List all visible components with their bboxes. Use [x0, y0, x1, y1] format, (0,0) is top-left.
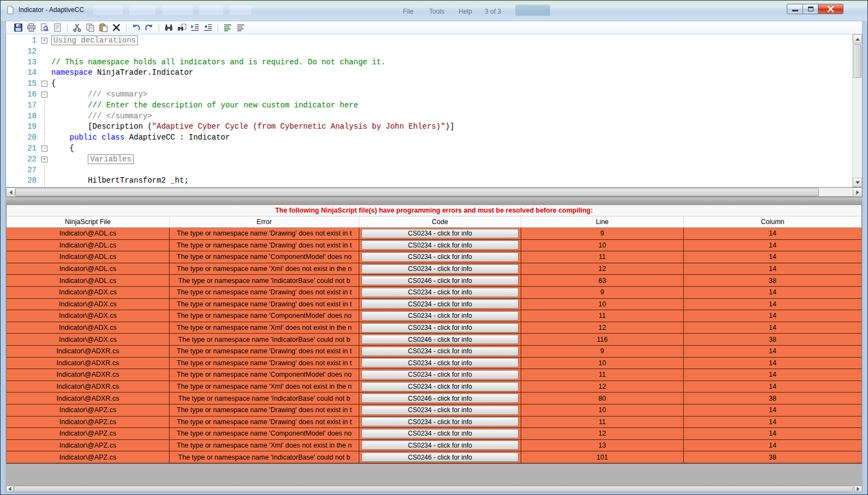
code-line[interactable]: 1+Using declarations [6, 35, 852, 46]
error-code-button[interactable]: CS0246 - click for info [361, 394, 519, 403]
editor-horizontal-scrollbar[interactable] [5, 188, 863, 197]
column-header-error[interactable]: Error [170, 216, 359, 227]
error-row[interactable]: Indicator\@ADX.csThe type or namespace n… [7, 287, 861, 299]
cut-icon[interactable] [71, 22, 83, 33]
fold-guide [40, 100, 50, 111]
outdent-icon[interactable] [202, 22, 214, 33]
fold-marker[interactable]: - [41, 92, 47, 98]
code-line[interactable]: 16- /// <summary> [6, 89, 852, 100]
panel-scroll-left-arrow[interactable] [6, 486, 14, 492]
error-code-button[interactable]: CS0246 - click for info [361, 276, 519, 285]
copy-icon[interactable] [85, 22, 96, 33]
scroll-up-arrow[interactable] [853, 34, 862, 44]
error-code-button[interactable]: CS0234 - click for info [361, 240, 519, 250]
error-code-button[interactable]: CS0234 - click for info [361, 347, 519, 356]
scroll-down-arrow[interactable] [853, 178, 862, 187]
code-line[interactable]: 13// This namespace holds all indicators… [6, 57, 852, 68]
error-code-button[interactable]: CS0234 - click for info [361, 288, 519, 297]
comment-icon[interactable] [222, 22, 233, 33]
error-row[interactable]: Indicator\@ADXR.csThe type or namespace … [7, 393, 861, 405]
error-row[interactable]: Indicator\@ADXR.csThe type or namespace … [7, 358, 861, 370]
fold-marker[interactable]: - [41, 146, 47, 152]
code-line[interactable]: 19 [Description ("Adaptive Cyber Cycle (… [6, 122, 852, 132]
error-code-button[interactable]: CS0234 - click for info [361, 382, 519, 391]
fold-marker[interactable]: + [41, 156, 47, 162]
error-code-button[interactable]: CS0234 - click for info [361, 406, 519, 415]
delete-icon[interactable] [111, 22, 122, 33]
error-row[interactable]: Indicator\@APZ.csThe type or namespace n… [7, 405, 861, 416]
error-row[interactable]: Indicator\@APZ.csThe type or namespace n… [7, 451, 861, 463]
column-header-column[interactable]: Column [684, 216, 861, 227]
error-row[interactable]: Indicator\@APZ.csThe type or namespace n… [7, 428, 861, 440]
error-row[interactable]: Indicator\@ADX.csThe type or namespace n… [7, 310, 861, 322]
column-header-code[interactable]: Code [359, 216, 521, 227]
error-row[interactable]: Indicator\@ADL.csThe type or namespace n… [7, 240, 861, 252]
print-preview-icon[interactable] [39, 22, 50, 33]
panel-scroll-right-arrow[interactable] [854, 486, 862, 492]
error-code-button[interactable]: CS0234 - click for info [361, 264, 519, 274]
code-line[interactable]: 15-{ [6, 79, 852, 89]
titlebar[interactable]: Indicator - AdaptiveCC File Tools Help 3… [1, 1, 867, 21]
error-row[interactable]: Indicator\@ADL.csThe type or namespace n… [7, 251, 861, 263]
page-setup-icon[interactable] [52, 22, 63, 33]
scroll-right-arrow[interactable] [853, 188, 862, 197]
code-line[interactable]: 14namespace NinjaTrader.Indicator [6, 68, 852, 79]
print-icon[interactable] [26, 22, 37, 33]
scroll-left-arrow[interactable] [6, 188, 15, 197]
error-row[interactable]: Indicator\@ADX.csThe type or namespace n… [7, 299, 861, 311]
error-code-button[interactable]: CS0234 - click for info [361, 358, 519, 367]
paste-icon[interactable] [98, 22, 109, 33]
error-code-button[interactable]: CS0234 - click for info [361, 429, 519, 438]
save-icon[interactable] [13, 22, 24, 33]
code-line[interactable]: 12 [6, 46, 852, 57]
code-line[interactable]: 22+ Variables [6, 154, 852, 165]
error-row[interactable]: Indicator\@ADXR.csThe type or namespace … [7, 381, 861, 393]
column-header-line[interactable]: Line [521, 216, 684, 227]
error-row[interactable]: Indicator\@ADXR.csThe type or namespace … [7, 369, 861, 381]
error-code-button[interactable]: CS0246 - click for info [361, 335, 519, 344]
error-row[interactable]: Indicator\@ADL.csThe type or namespace n… [7, 275, 861, 287]
close-button[interactable] [818, 4, 843, 14]
code-line[interactable]: 18 /// </summary> [6, 111, 852, 122]
error-code-button[interactable]: CS0234 - click for info [361, 440, 519, 450]
code-line[interactable]: 20 public class AdaptiveCC : Indicator [6, 132, 852, 143]
error-row[interactable]: Indicator\@ADX.csThe type or namespace n… [7, 322, 861, 334]
error-code-button[interactable]: CS0234 - click for info [361, 252, 519, 262]
uncomment-icon[interactable] [235, 22, 246, 33]
code-line[interactable]: 28 HilbertTransform2 _ht; [6, 176, 852, 186]
error-row[interactable]: Indicator\@APZ.csThe type or namespace n… [7, 416, 861, 428]
minimize-button[interactable] [787, 4, 803, 14]
panel-scroll-thumb[interactable] [14, 486, 853, 492]
redo-icon[interactable] [143, 22, 155, 33]
error-code-button[interactable]: CS0234 - click for info [361, 299, 519, 309]
error-code-button[interactable]: CS0234 - click for info [361, 229, 519, 238]
find-icon[interactable] [163, 22, 174, 33]
code-line[interactable]: 21- { [6, 143, 852, 154]
error-row[interactable]: Indicator\@ADX.csThe type or namespace n… [7, 334, 861, 346]
editor-vertical-scrollbar[interactable] [852, 34, 862, 187]
code-lines[interactable]: 1+Using declarations1213// This namespac… [6, 34, 852, 187]
fold-marker[interactable]: - [41, 81, 47, 87]
code-line[interactable]: 17 /// Enter the description of your new… [6, 100, 852, 111]
panel-horizontal-scrollbar[interactable] [5, 485, 863, 493]
error-code-button[interactable]: CS0234 - click for info [361, 370, 519, 379]
splitter[interactable] [5, 197, 863, 204]
error-code-button[interactable]: CS0234 - click for info [361, 323, 519, 333]
vertical-scroll-thumb[interactable] [853, 44, 861, 78]
error-code-button[interactable]: CS0234 - click for info [361, 311, 519, 321]
error-row[interactable]: Indicator\@APZ.csThe type or namespace n… [7, 440, 861, 452]
indent-icon[interactable] [189, 22, 201, 33]
fold-marker[interactable]: + [41, 38, 47, 44]
maximize-button[interactable] [803, 4, 818, 14]
code-line[interactable]: 27 [6, 165, 852, 176]
error-code-button[interactable]: CS0234 - click for info [361, 417, 519, 426]
horizontal-scroll-thumb[interactable] [15, 188, 819, 196]
code-editor[interactable]: 1+Using declarations1213// This namespac… [5, 34, 863, 188]
error-row[interactable]: Indicator\@ADL.csThe type or namespace n… [7, 263, 861, 275]
error-row[interactable]: Indicator\@ADXR.csThe type or namespace … [7, 346, 861, 358]
column-header-file[interactable]: NinjaScript File [7, 216, 170, 227]
error-row[interactable]: Indicator\@ADL.csThe type or namespace n… [7, 228, 861, 240]
error-code-button[interactable]: CS0246 - click for info [361, 452, 519, 462]
undo-icon[interactable] [130, 22, 142, 33]
find-in-files-icon[interactable] [176, 22, 188, 33]
